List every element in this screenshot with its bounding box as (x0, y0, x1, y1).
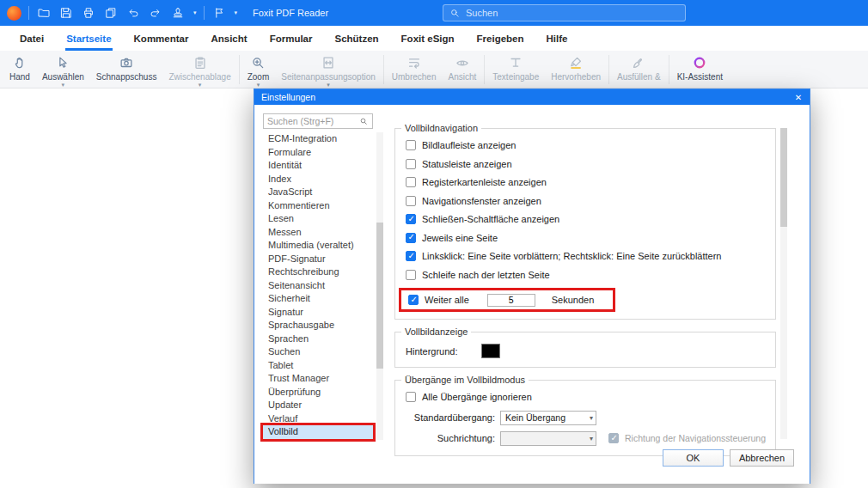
category-item[interactable]: JavaScript (263, 186, 373, 199)
scrollbar-thumb[interactable] (376, 223, 383, 369)
checkbox-row[interactable]: Schließen-Schaltfläche anzeigen (406, 214, 767, 224)
checkbox-row[interactable]: Linksklick: Eine Seite vorblättern; Rech… (406, 251, 767, 261)
category-item[interactable]: Tablet (263, 359, 373, 373)
category-item[interactable]: Rechtschreibung (263, 265, 373, 279)
category-item[interactable]: Sicherheit (263, 292, 373, 306)
ribbon-item-ki-assistent[interactable]: KI-Assistent (671, 54, 729, 82)
checkbox-row[interactable]: Schleife nach der letzten Seite (406, 270, 767, 280)
advance-seconds-input[interactable] (487, 294, 535, 307)
undo-icon[interactable] (125, 5, 141, 21)
ribbon-label: Texteingabe (492, 72, 539, 82)
category-item[interactable]: Messen (263, 226, 373, 240)
menu-ansicht[interactable]: Ansicht (199, 26, 258, 51)
menu-hilfe[interactable]: Hilfe (535, 26, 579, 51)
cancel-button[interactable]: Abbrechen (730, 449, 794, 467)
category-list: ECM-Integration Formulare Identität Inde… (263, 132, 373, 439)
checkbox (406, 214, 416, 224)
menu-formular[interactable]: Formular (259, 26, 324, 51)
category-item[interactable]: Signatur (263, 306, 373, 320)
category-item[interactable]: Überprüfung (263, 386, 373, 400)
chevron-down-icon[interactable]: ▾ (235, 9, 238, 16)
menu-schuetzen[interactable]: Schützen (323, 26, 389, 51)
checkbox-row[interactable]: Statusleiste anzeigen (406, 159, 767, 169)
settings-search-input[interactable]: Suchen (Strg+F) (263, 113, 373, 129)
stamp-tool-icon[interactable] (170, 5, 186, 21)
ribbon-item-schnappschuss[interactable]: Schnappschuss (90, 54, 163, 82)
dialog-titlebar: Einstellungen ✕ (254, 89, 810, 105)
zoom-magnifier-icon (250, 54, 266, 71)
search-placeholder: Suchen (466, 8, 498, 18)
category-item[interactable]: Index (263, 173, 373, 186)
menu-startseite[interactable]: Startseite (55, 26, 122, 51)
redo-icon[interactable] (148, 5, 163, 21)
category-item[interactable]: Suchen (263, 345, 373, 359)
global-search-input[interactable]: Suchen (443, 4, 686, 21)
copy-pages-icon[interactable] (103, 5, 119, 21)
ribbon-label: Ansicht (449, 72, 477, 82)
category-item[interactable]: Verlauf (263, 412, 373, 426)
dialog-footer: OK Abbrechen (663, 449, 794, 467)
snapshot-camera-icon (119, 54, 134, 71)
category-item[interactable]: Sprachen (263, 332, 373, 346)
menu-kommentar[interactable]: Kommentar (123, 26, 200, 51)
ribbon-item-zoom[interactable]: Zoom ▾ (241, 54, 276, 88)
category-item[interactable]: PDF-Signatur (263, 253, 373, 266)
category-item[interactable]: Multimedia (veraltet) (263, 239, 373, 253)
chevron-down-icon: ▾ (590, 414, 593, 422)
settings-panel: Vollbildnavigation Bildlaufleiste anzeig… (394, 116, 776, 467)
scrollbar-thumb[interactable] (780, 128, 787, 227)
menu-freigeben[interactable]: Freigeben (466, 26, 535, 51)
category-item[interactable]: Sprachausgabe (263, 319, 373, 332)
ok-button[interactable]: OK (663, 449, 724, 467)
fill-sign-pen-icon (631, 54, 646, 71)
group-title: Übergänge im Vollbildmodus (401, 375, 529, 385)
category-item[interactable]: Updater (263, 399, 373, 412)
checkbox (406, 196, 416, 206)
ribbon-label: Schnappschuss (96, 72, 157, 82)
category-item[interactable]: Trust Manager (263, 372, 373, 386)
print-icon[interactable] (81, 5, 96, 21)
category-item[interactable]: ECM-Integration (263, 132, 373, 146)
ribbon-label: Umbrechen (392, 72, 437, 82)
advance-pages-option[interactable]: Weiter alle Sekunden (408, 295, 606, 305)
ribbon-label: Seitenanpassungsoption (281, 72, 376, 82)
foxit-logo (7, 6, 21, 21)
category-item-vollbild[interactable]: Vollbild (263, 425, 373, 439)
group-title: Vollbildnavigation (401, 123, 481, 133)
menu-datei[interactable]: Datei (9, 26, 55, 51)
ribbon-label: Auswählen (42, 72, 84, 82)
category-item[interactable]: Seitenansicht (263, 279, 373, 293)
quick-sign-icon[interactable] (211, 5, 227, 21)
menu-foxit-esign[interactable]: Foxit eSign (390, 26, 466, 51)
checkbox-label: Bildlaufleiste anzeigen (422, 140, 516, 150)
ribbon-label: Hand (9, 72, 30, 82)
folder-open-icon[interactable] (36, 5, 52, 21)
category-item[interactable]: Formulare (263, 146, 373, 160)
checkbox-row[interactable]: Registerkartenleiste anzeigen (406, 177, 767, 187)
category-scrollbar[interactable] (376, 132, 383, 440)
seconds-suffix-label: Sekunden (552, 295, 595, 305)
divider (608, 55, 609, 84)
category-item[interactable]: Kommentieren (263, 199, 373, 213)
ribbon-item-auswaehlen[interactable]: Auswählen ▾ (36, 54, 90, 88)
dialog-body: Suchen (Strg+F) ECM-Integration Formular… (254, 105, 810, 484)
background-color-swatch[interactable] (481, 344, 500, 358)
divider (484, 55, 485, 84)
ribbon-item-hand[interactable]: Hand (3, 54, 36, 82)
checkbox-row[interactable]: Bildlaufleiste anzeigen (406, 140, 767, 150)
save-icon[interactable] (58, 5, 74, 21)
checkbox-row[interactable]: Navigationsfenster anzeigen (406, 196, 767, 206)
ribbon-item-ansicht: Ansicht (443, 54, 483, 82)
close-icon[interactable]: ✕ (787, 89, 810, 105)
chevron-down-icon: ▾ (327, 82, 330, 88)
settings-scrollbar[interactable] (780, 128, 787, 439)
ignore-transitions-option[interactable]: Alle Übergänge ignorieren (406, 392, 767, 402)
checkbox-label: Linksklick: Eine Seite vorblättern; Rech… (422, 251, 722, 261)
category-item[interactable]: Identität (263, 159, 373, 173)
field-label: Suchrichtung: (404, 433, 500, 443)
default-transition-select[interactable]: Kein Übergang ▾ (500, 411, 596, 425)
category-item[interactable]: Lesen (263, 212, 373, 226)
chevron-down-icon[interactable]: ▾ (193, 9, 197, 16)
checkbox (608, 433, 619, 443)
checkbox-row[interactable]: Jeweils eine Seite (406, 233, 767, 243)
